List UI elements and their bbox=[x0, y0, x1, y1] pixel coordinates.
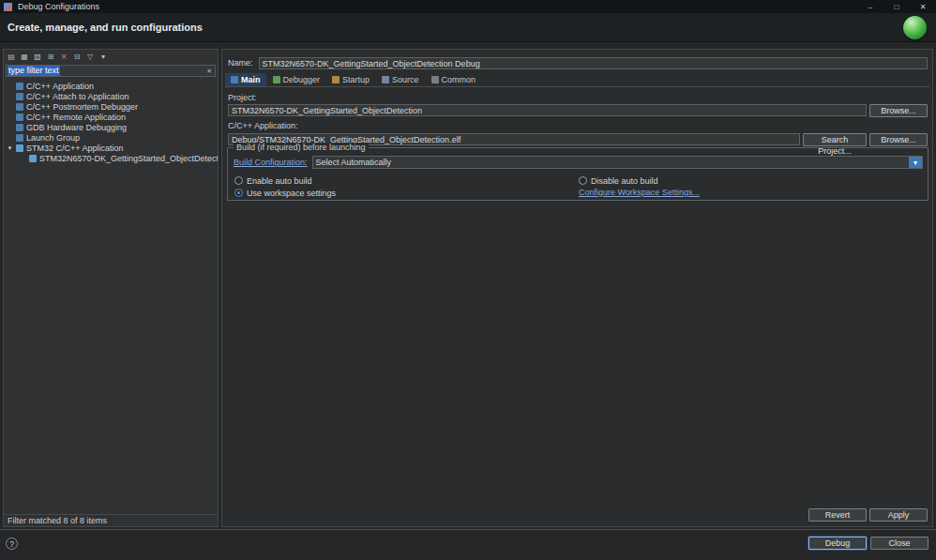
tab-bar: Main Debugger Startup Source Common bbox=[225, 73, 929, 87]
launch-type-icon bbox=[16, 114, 23, 121]
chevron-down-icon[interactable]: ▾ bbox=[909, 157, 922, 168]
tree-item-label: GDB Hardware Debugging bbox=[26, 123, 127, 132]
banner-heading: Create, manage, and run configurations bbox=[8, 13, 203, 42]
build-configuration-link[interactable]: Build Configuration: bbox=[234, 158, 308, 167]
launch-config-tree-panel: ▤ ▦ ▧ ⊞ ✕ ⊟ ▽ ▾ type filter text ✕ C/C++… bbox=[3, 49, 219, 527]
launch-config-tree: C/C++ Application C/C++ Attach to Applic… bbox=[4, 81, 218, 513]
project-browse-button[interactable]: Browse... bbox=[869, 104, 928, 117]
launch-config-icon bbox=[29, 155, 37, 162]
revert-button[interactable]: Revert bbox=[808, 508, 867, 522]
startup-tab-icon bbox=[332, 76, 340, 83]
radio-selected-icon bbox=[234, 189, 243, 197]
filter-icon[interactable]: ▽ bbox=[85, 53, 95, 61]
config-detail-panel: Name: STM32N6570-DK_GettingStarted_Objec… bbox=[221, 49, 933, 527]
tab-common[interactable]: Common bbox=[426, 73, 482, 86]
tree-expand-icon[interactable]: ▾ bbox=[7, 144, 13, 152]
search-project-button[interactable]: Search Project... bbox=[803, 133, 867, 146]
tree-item-label: C/C++ Application bbox=[26, 82, 94, 91]
tab-startup[interactable]: Startup bbox=[326, 73, 375, 86]
main-tab-icon bbox=[231, 76, 238, 83]
tree-item-stm32-application[interactable]: ▾ STM32 C/C++ Application bbox=[4, 143, 218, 153]
debugger-tab-icon bbox=[273, 76, 280, 83]
export-config-icon[interactable]: ▧ bbox=[33, 53, 42, 61]
tree-item-label: STM32 C/C++ Application bbox=[26, 144, 124, 153]
tree-item-cpp-postmortem[interactable]: C/C++ Postmortem Debugger bbox=[4, 101, 218, 112]
tab-label: Main bbox=[241, 75, 261, 84]
debug-button[interactable]: Debug bbox=[808, 537, 867, 550]
tab-label: Debugger bbox=[283, 75, 321, 84]
radio-label: Disable auto build bbox=[591, 176, 658, 186]
disable-auto-build-radio[interactable]: Disable auto build bbox=[579, 175, 658, 186]
minimize-button[interactable]: – bbox=[857, 0, 883, 13]
close-dialog-button[interactable]: Close bbox=[870, 537, 928, 550]
name-label: Name: bbox=[228, 58, 253, 68]
filter-match-status: Filter matched 8 of 8 items bbox=[4, 514, 218, 526]
tab-label: Common bbox=[442, 75, 476, 84]
menu-dropdown-icon[interactable]: ▾ bbox=[98, 53, 108, 61]
tree-item-label: C/C++ Attach to Application bbox=[26, 92, 129, 101]
tab-label: Source bbox=[392, 75, 419, 84]
tab-main[interactable]: Main bbox=[225, 73, 266, 86]
launch-type-icon bbox=[16, 83, 23, 90]
launch-type-icon bbox=[16, 134, 23, 142]
new-prototype-icon[interactable]: ▦ bbox=[20, 53, 29, 61]
launch-type-icon bbox=[16, 103, 23, 111]
close-button[interactable]: ✕ bbox=[910, 0, 936, 13]
tree-toolbar: ▤ ▦ ▧ ⊞ ✕ ⊟ ▽ ▾ bbox=[7, 52, 215, 62]
tree-item-cpp-application[interactable]: C/C++ Application bbox=[4, 81, 218, 91]
maximize-button[interactable]: □ bbox=[883, 0, 910, 13]
tab-source[interactable]: Source bbox=[376, 73, 425, 86]
radio-unselected-icon bbox=[579, 176, 587, 185]
tree-item-stm32n6570-debug[interactable]: STM32N6570-DK_GettingStarted_ObjectDetec… bbox=[4, 153, 218, 163]
debug-sphere-icon bbox=[903, 16, 927, 39]
tab-debugger[interactable]: Debugger bbox=[267, 73, 326, 86]
enable-auto-build-radio[interactable]: Enable auto build bbox=[234, 175, 312, 186]
help-button[interactable]: ? bbox=[6, 537, 18, 550]
tree-item-cpp-remote[interactable]: C/C++ Remote Application bbox=[4, 112, 218, 122]
use-workspace-settings-radio[interactable]: Use workspace settings bbox=[234, 188, 336, 198]
build-options-group: Build (if required) before launching Bui… bbox=[227, 147, 928, 201]
radio-unselected-icon bbox=[234, 176, 243, 185]
app-icon bbox=[4, 3, 12, 11]
dialog-banner: Create, manage, and run configurations bbox=[0, 13, 936, 42]
name-input[interactable]: STM32N6570-DK_GettingStarted_ObjectDetec… bbox=[259, 57, 928, 69]
build-group-title: Build (if required) before launching bbox=[234, 143, 369, 152]
tree-item-cpp-attach[interactable]: C/C++ Attach to Application bbox=[4, 91, 218, 101]
filter-input[interactable]: type filter text ✕ bbox=[6, 65, 216, 77]
project-input[interactable]: STM32N6570-DK_GettingStarted_ObjectDetec… bbox=[228, 104, 867, 116]
tree-item-label: C/C++ Remote Application bbox=[26, 113, 126, 122]
titlebar: Debug Configurations – □ ✕ bbox=[0, 0, 936, 13]
window-controls: – □ ✕ bbox=[857, 0, 936, 13]
tree-item-gdb-hardware[interactable]: GDB Hardware Debugging bbox=[4, 122, 218, 132]
filter-input-value: type filter text bbox=[8, 66, 60, 76]
common-tab-icon bbox=[431, 76, 439, 83]
build-configuration-select[interactable]: Select Automatically ▾ bbox=[312, 156, 923, 169]
radio-label: Enable auto build bbox=[247, 176, 312, 186]
dialog-footer: ? Debug Close bbox=[0, 529, 936, 560]
dialog-content: ▤ ▦ ▧ ⊞ ✕ ⊟ ▽ ▾ type filter text ✕ C/C++… bbox=[3, 49, 933, 527]
delete-config-icon[interactable]: ✕ bbox=[59, 53, 68, 61]
launch-type-icon bbox=[16, 144, 23, 152]
new-config-icon[interactable]: ▤ bbox=[7, 53, 16, 61]
collapse-all-icon[interactable]: ⊟ bbox=[72, 53, 82, 61]
build-configuration-value: Select Automatically bbox=[316, 158, 392, 167]
configure-workspace-settings-link[interactable]: Configure Workspace Settings... bbox=[579, 188, 700, 197]
apply-button[interactable]: Apply bbox=[869, 508, 928, 522]
application-browse-button[interactable]: Browse... bbox=[869, 133, 928, 146]
project-label: Project: bbox=[228, 93, 257, 102]
application-label: C/C++ Application: bbox=[228, 121, 298, 130]
duplicate-config-icon[interactable]: ⊞ bbox=[46, 53, 55, 61]
window-title: Debug Configurations bbox=[18, 2, 99, 11]
tab-label: Startup bbox=[342, 75, 370, 84]
clear-filter-icon[interactable]: ✕ bbox=[204, 68, 215, 75]
tree-item-launch-group[interactable]: Launch Group bbox=[4, 132, 218, 143]
tree-item-label: Launch Group bbox=[26, 133, 80, 143]
source-tab-icon bbox=[382, 76, 389, 83]
launch-type-icon bbox=[16, 93, 23, 100]
launch-type-icon bbox=[16, 124, 23, 131]
footer-buttons: Debug Close bbox=[808, 537, 928, 550]
tree-item-label: STM32N6570-DK_GettingStarted_ObjectDetec… bbox=[39, 154, 218, 163]
tree-item-label: C/C++ Postmortem Debugger bbox=[26, 102, 138, 112]
radio-label: Use workspace settings bbox=[247, 189, 336, 198]
